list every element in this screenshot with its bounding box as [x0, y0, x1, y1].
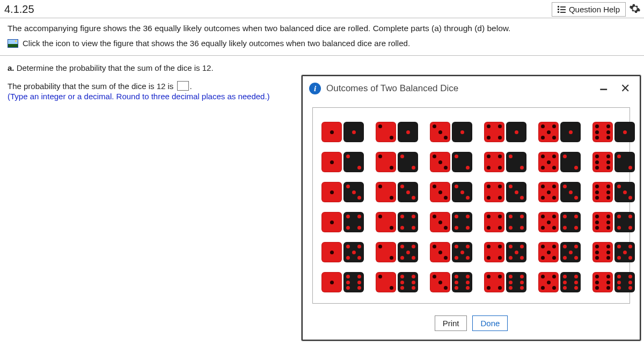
black-die-face-1: [343, 122, 364, 142]
outcome-3-3: [430, 182, 472, 202]
black-die-face-1: [398, 122, 418, 142]
close-button[interactable]: ✕: [617, 82, 633, 95]
red-die-face-5: [538, 242, 559, 262]
black-die-face-5: [560, 242, 581, 262]
black-die-face-2: [506, 152, 526, 172]
red-die-face-1: [321, 212, 342, 232]
outcome-6-2: [592, 152, 635, 172]
red-die-face-3: [430, 272, 450, 292]
red-die-face-3: [430, 122, 450, 142]
black-die-face-5: [343, 242, 364, 262]
answer-prefix: The probability that the sum of the dice…: [8, 82, 176, 91]
red-die-face-2: [376, 152, 396, 172]
question-help-label: Question Help: [569, 5, 620, 14]
red-die-face-2: [376, 272, 396, 292]
print-button[interactable]: Print: [435, 315, 467, 331]
red-die-face-1: [321, 152, 342, 172]
part-a-text: Determine the probability that the sum o…: [14, 63, 214, 72]
outcome-1-3: [321, 182, 364, 202]
outcome-5-6: [538, 272, 581, 292]
black-die-face-3: [614, 182, 635, 202]
black-die-face-4: [614, 212, 635, 232]
red-die-face-6: [592, 212, 613, 232]
outcome-3-1: [430, 122, 472, 142]
outcome-3-2: [430, 152, 472, 172]
minimize-button[interactable]: –: [596, 85, 612, 92]
black-die-face-2: [398, 152, 418, 172]
outcome-3-6: [430, 272, 472, 292]
red-die-face-2: [376, 122, 396, 142]
red-die-face-4: [484, 212, 504, 232]
outcome-5-1: [538, 122, 581, 142]
red-die-face-1: [321, 182, 342, 202]
black-die-face-4: [452, 212, 472, 232]
outcome-1-5: [321, 242, 364, 262]
figure-modal: i Outcomes of Two Balanced Dice – ✕ Prin…: [302, 75, 641, 341]
red-die-face-6: [592, 122, 613, 142]
black-die-face-4: [343, 212, 364, 232]
black-die-face-6: [614, 272, 635, 292]
black-die-face-6: [506, 272, 526, 292]
red-die-face-5: [538, 122, 559, 142]
outcome-5-2: [538, 152, 581, 172]
black-die-face-1: [614, 122, 635, 142]
outcome-6-4: [592, 212, 635, 232]
answer-input[interactable]: [177, 81, 189, 91]
black-die-face-6: [452, 272, 472, 292]
outcome-1-2: [321, 152, 364, 172]
outcome-2-4: [376, 212, 418, 232]
red-die-face-4: [484, 182, 504, 202]
outcome-2-5: [376, 242, 418, 262]
outcome-2-2: [376, 152, 418, 172]
red-die-face-2: [376, 212, 396, 232]
black-die-face-3: [452, 182, 472, 202]
outcome-3-4: [430, 212, 472, 232]
picture-icon[interactable]: [8, 39, 18, 48]
done-button[interactable]: Done: [472, 315, 508, 331]
outcome-6-1: [592, 122, 635, 142]
red-die-face-3: [430, 242, 450, 262]
question-number: 4.1.25: [0, 2, 39, 17]
figure-link[interactable]: Click the icon to view the figure that s…: [23, 39, 410, 48]
red-die-face-3: [430, 182, 450, 202]
black-die-face-6: [398, 272, 418, 292]
outcome-2-3: [376, 182, 418, 202]
red-die-face-6: [592, 242, 613, 262]
red-die-face-6: [592, 152, 613, 172]
question-help-button[interactable]: Question Help: [552, 2, 626, 17]
red-die-face-6: [592, 182, 613, 202]
black-die-face-4: [398, 212, 418, 232]
list-icon: [558, 6, 566, 13]
red-die-face-1: [321, 122, 342, 142]
red-die-face-3: [430, 152, 450, 172]
outcome-5-5: [538, 242, 581, 262]
black-die-face-3: [398, 182, 418, 202]
outcome-4-1: [484, 122, 526, 142]
red-die-face-6: [592, 272, 613, 292]
outcome-4-5: [484, 242, 526, 262]
black-die-face-2: [560, 152, 581, 172]
red-die-face-1: [321, 272, 342, 292]
red-die-face-5: [538, 182, 559, 202]
outcome-4-2: [484, 152, 526, 172]
outcome-4-4: [484, 212, 526, 232]
black-die-face-1: [452, 122, 472, 142]
black-die-face-4: [560, 212, 581, 232]
red-die-face-4: [484, 272, 504, 292]
red-die-face-3: [430, 212, 450, 232]
black-die-face-6: [560, 272, 581, 292]
outcome-6-6: [592, 272, 635, 292]
red-die-face-2: [376, 182, 396, 202]
black-die-face-1: [506, 122, 526, 142]
outcome-1-1: [321, 122, 364, 142]
black-die-face-5: [452, 242, 472, 262]
outcome-1-6: [321, 272, 364, 292]
black-die-face-5: [506, 242, 526, 262]
black-die-face-2: [452, 152, 472, 172]
gear-icon[interactable]: [629, 3, 641, 16]
black-die-face-4: [506, 212, 526, 232]
outcome-2-1: [376, 122, 418, 142]
part-a-prompt: a. Determine the probability that the su…: [8, 63, 295, 72]
question-intro: The accompanying figure shows the 36 equ…: [0, 18, 644, 36]
red-die-face-4: [484, 122, 504, 142]
